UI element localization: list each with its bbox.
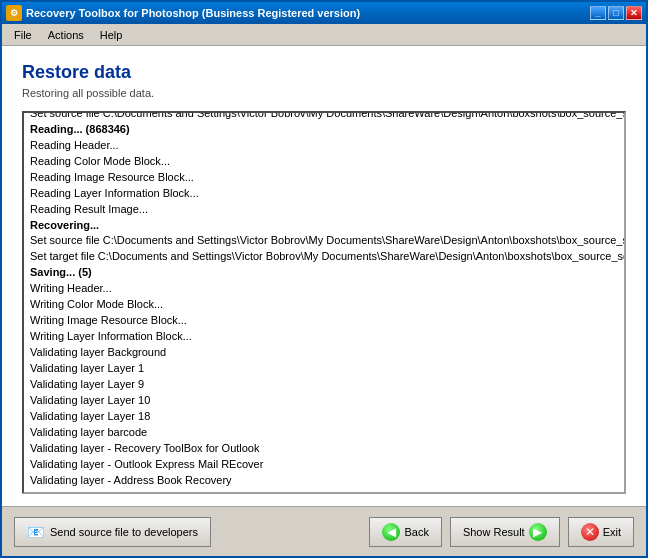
log-line: Set source file C:\Documents and Setting…	[30, 113, 618, 122]
log-line: Reading Header...	[30, 138, 618, 154]
exit-button[interactable]: ✕ Exit	[568, 517, 634, 547]
app-icon: ⚙	[6, 5, 22, 21]
log-line: Validating layer - Outlook Express Mail …	[30, 457, 618, 473]
menu-bar: File Actions Help	[2, 24, 646, 46]
back-button[interactable]: ◀ Back	[369, 517, 441, 547]
log-line: Writing Image Resource Block...	[30, 313, 618, 329]
main-window: ⚙ Recovery Toolbox for Photoshop (Busine…	[0, 0, 648, 558]
minimize-button[interactable]: _	[590, 6, 606, 20]
log-line: Validating layer - Address Book Recovery	[30, 473, 618, 489]
log-line: Validating layer - Recovery ToolBox for …	[30, 441, 618, 457]
exit-button-label: Exit	[603, 526, 621, 538]
menu-item-actions[interactable]: Actions	[40, 27, 92, 43]
log-line: Validating layer barcode	[30, 425, 618, 441]
menu-item-file[interactable]: File	[6, 27, 40, 43]
log-line: Writing Header...	[30, 281, 618, 297]
send-icon: 📧	[27, 524, 44, 540]
log-line: Reading Result Image...	[30, 202, 618, 218]
log-line: Validating layer Layer 10	[30, 393, 618, 409]
menu-item-help[interactable]: Help	[92, 27, 131, 43]
exit-icon: ✕	[581, 523, 599, 541]
log-line: Reading... (868346)	[30, 122, 618, 138]
title-bar: ⚙ Recovery Toolbox for Photoshop (Busine…	[2, 2, 646, 24]
log-container: Analyzing... Set source file C:\Document…	[22, 111, 626, 494]
log-line: Validating layer Layer 18	[30, 409, 618, 425]
log-line: Reading Layer Information Block...	[30, 186, 618, 202]
footer: 📧 Send source file to developers ◀ Back …	[2, 506, 646, 556]
maximize-button[interactable]: □	[608, 6, 624, 20]
window-title: Recovery Toolbox for Photoshop (Business…	[26, 7, 590, 19]
close-button[interactable]: ✕	[626, 6, 642, 20]
page-title: Restore data	[22, 62, 626, 83]
show-result-button[interactable]: Show Result ▶	[450, 517, 560, 547]
log-line: Saving... (5)	[30, 265, 618, 281]
log-line: Set source file C:\Documents and Setting…	[30, 233, 618, 249]
result-button-label: Show Result	[463, 526, 525, 538]
log-line: Writing Layer Information Block...	[30, 329, 618, 345]
send-source-button[interactable]: 📧 Send source file to developers	[14, 517, 211, 547]
log-line: Validating layer Layer 9	[30, 377, 618, 393]
log-line: Writing Color Mode Block...	[30, 297, 618, 313]
log-line: Reading Color Mode Block...	[30, 154, 618, 170]
send-button-label: Send source file to developers	[50, 526, 198, 538]
log-line: Recovering...	[30, 218, 618, 234]
back-button-label: Back	[404, 526, 428, 538]
log-line: Set target file C:\Documents and Setting…	[30, 249, 618, 265]
log-scroll-area[interactable]: Analyzing... Set source file C:\Document…	[24, 113, 624, 492]
log-line: Validating layer Layer 1	[30, 361, 618, 377]
window-controls: _ □ ✕	[590, 6, 642, 20]
result-icon: ▶	[529, 523, 547, 541]
log-line: Validating layer Background	[30, 345, 618, 361]
back-icon: ◀	[382, 523, 400, 541]
log-line: Reading Image Resource Block...	[30, 170, 618, 186]
main-content: Restore data Restoring all possible data…	[2, 46, 646, 506]
page-subtitle: Restoring all possible data.	[22, 87, 626, 99]
